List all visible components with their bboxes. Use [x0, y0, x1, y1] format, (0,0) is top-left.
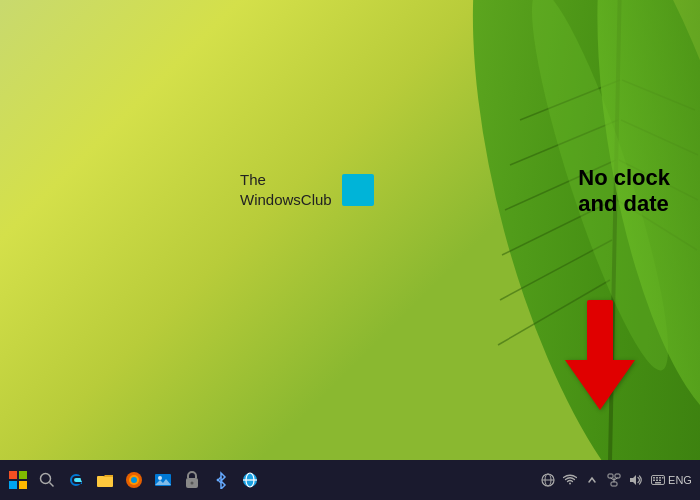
svg-point-20	[41, 474, 51, 484]
edge-icon	[67, 471, 85, 489]
tray-language-label[interactable]: ENG	[670, 466, 690, 494]
svg-rect-51	[653, 480, 655, 482]
search-icon	[39, 472, 55, 488]
volume-icon	[629, 473, 643, 487]
svg-marker-45	[630, 475, 636, 485]
taskbar-search-button[interactable]	[33, 466, 61, 494]
leaf-background	[340, 0, 700, 460]
chevron-up-icon	[587, 475, 597, 485]
taskbar-ie-button[interactable]	[236, 466, 264, 494]
language-text: ENG	[668, 474, 692, 486]
svg-rect-39	[611, 482, 617, 486]
svg-marker-15	[565, 360, 635, 410]
svg-rect-14	[587, 300, 613, 365]
svg-rect-53	[659, 480, 661, 482]
svg-rect-50	[662, 477, 664, 479]
taskbar-firefox-button[interactable]	[120, 466, 148, 494]
ie-icon	[241, 471, 259, 489]
logo-area: The WindowsClub	[240, 170, 374, 209]
svg-rect-48	[656, 477, 658, 479]
taskbar-bluetooth-button[interactable]	[207, 466, 235, 494]
file-explorer-icon	[96, 471, 114, 489]
taskbar: ENG	[0, 460, 700, 500]
svg-rect-52	[656, 480, 658, 482]
annotation-text: No clock and date	[578, 165, 670, 218]
arrow-icon	[565, 300, 635, 410]
network-icon	[607, 473, 621, 487]
lock-icon	[184, 471, 200, 489]
desktop: The WindowsClub No clock and date	[0, 0, 700, 500]
tray-wifi-icon[interactable]	[560, 466, 580, 494]
keyboard-icon	[651, 475, 665, 485]
svg-line-21	[50, 483, 54, 487]
svg-rect-16	[9, 471, 17, 479]
svg-rect-19	[19, 481, 27, 489]
start-button[interactable]	[4, 466, 32, 494]
svg-rect-17	[19, 471, 27, 479]
taskbar-edge-button[interactable]	[62, 466, 90, 494]
tray-volume-icon[interactable]	[626, 466, 646, 494]
windows-logo-icon	[9, 471, 27, 489]
svg-point-25	[131, 477, 137, 483]
svg-rect-22	[97, 476, 113, 487]
svg-rect-49	[659, 477, 661, 479]
bluetooth-icon	[214, 471, 228, 489]
taskbar-files-button[interactable]	[91, 466, 119, 494]
logo-line2: WindowsClub	[240, 191, 332, 208]
svg-point-27	[158, 476, 162, 480]
taskbar-right: ENG	[538, 466, 696, 494]
taskbar-left	[4, 466, 536, 494]
logo-icon	[342, 174, 374, 206]
svg-rect-54	[655, 482, 661, 484]
logo-text: The WindowsClub	[240, 170, 332, 209]
arrow-container	[565, 300, 635, 414]
annotation-line2: and date	[578, 191, 668, 216]
taskbar-lock-button[interactable]	[178, 466, 206, 494]
firefox-icon	[125, 471, 143, 489]
wifi-icon	[563, 473, 577, 487]
tray-network2-icon[interactable]	[604, 466, 624, 494]
logo-line1: The	[240, 171, 266, 188]
photos-icon	[154, 471, 172, 489]
tray-chevron-icon[interactable]	[582, 466, 602, 494]
svg-rect-41	[615, 474, 620, 478]
annotation-line1: No clock	[578, 165, 670, 190]
taskbar-photos-button[interactable]	[149, 466, 177, 494]
svg-rect-18	[9, 481, 17, 489]
tray-network-icon[interactable]	[538, 466, 558, 494]
svg-rect-47	[653, 477, 655, 479]
globe-icon	[541, 473, 555, 487]
annotation-area: No clock and date	[578, 165, 670, 218]
svg-point-30	[191, 482, 194, 485]
tray-keyboard-icon[interactable]	[648, 466, 668, 494]
svg-rect-40	[608, 474, 613, 478]
